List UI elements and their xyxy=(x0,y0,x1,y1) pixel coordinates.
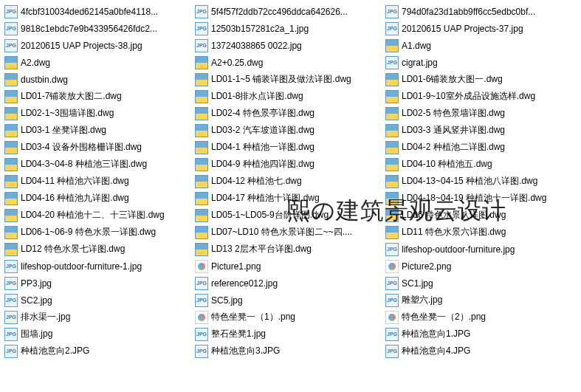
file-name-label: SC5.jpg xyxy=(211,295,243,306)
file-item[interactable]: JPG20120615 UAP Projects-38.jpg xyxy=(3,37,193,54)
file-item[interactable]: LD04-1 种植池一详图.dwg xyxy=(193,139,384,156)
file-name-label: SC1.jpg xyxy=(402,278,433,289)
file-item[interactable]: JPG13724038865 0022.jpg xyxy=(193,37,384,54)
dwg-file-icon xyxy=(385,73,399,86)
file-name-label: LD03-2 汽车坡道详图.dwg xyxy=(211,124,314,137)
file-item[interactable]: JPGSC1.jpg xyxy=(384,275,574,292)
file-item[interactable]: A2+0.25.dwg xyxy=(193,54,384,71)
dwg-file-icon xyxy=(385,175,399,188)
file-item[interactable]: LD04-10 种植池五.dwg xyxy=(384,156,574,173)
file-item[interactable]: LD06-1~06-9 特色水景一详图.dwg xyxy=(3,224,193,241)
file-item[interactable]: JPG4fcbf310034ded62145a0bfe4118... xyxy=(3,3,193,20)
file-name-label: 特色坐凳一（2）.png xyxy=(402,311,486,323)
file-item[interactable]: LD02-4 特色景亭详图.dwg xyxy=(193,105,384,122)
file-item[interactable]: JPG整石坐凳1.jpg xyxy=(193,326,384,343)
file-item[interactable]: JPGlifeshop-outdoor-furniture-1.jpg xyxy=(3,258,193,275)
jpg-file-icon: JPG xyxy=(4,277,18,290)
file-item[interactable]: JPGlifeshop-outdoor-furniture.jpg xyxy=(384,241,574,258)
file-item[interactable]: JPG排水渠一.jpg xyxy=(3,309,193,326)
file-name-label: LD01-7铺装放大图二.dwg xyxy=(21,90,122,103)
file-item[interactable]: A2.dwg xyxy=(3,54,193,71)
file-item[interactable]: LD04-20 种植池十二、十三详图.dwg xyxy=(3,207,193,224)
jpg-file-icon: JPG xyxy=(385,243,399,256)
file-item[interactable]: LD04-13~04-15 种植池八详图.dwg xyxy=(384,173,574,190)
file-item[interactable]: LD04-11 种植池六详图.dwg xyxy=(3,173,193,190)
file-item[interactable]: A1.dwg xyxy=(384,37,574,54)
file-item[interactable]: LD02-5 特色景墙详图.dwg xyxy=(384,105,574,122)
file-name-label: LD04-3~04-8 种植池三详图.dwg xyxy=(21,158,147,171)
file-item[interactable]: JPG种植池意向3.JPG xyxy=(193,343,384,360)
file-item[interactable]: LD04-12 种植池七.dwg xyxy=(193,173,384,190)
file-item[interactable]: JPG20120615 UAP Projects-37.jpg xyxy=(384,20,574,37)
file-item[interactable]: JPG794d0fa23d1abb9ff6cc5edbc0bf... xyxy=(384,3,574,20)
file-item[interactable]: LD05-1~LD05-9台阶详图.dwg xyxy=(193,207,384,224)
jpg-file-icon: JPG xyxy=(195,328,208,341)
file-item[interactable]: LD02-1~3围墙详图.dwg xyxy=(3,105,193,122)
dwg-file-icon xyxy=(195,175,208,188)
file-item[interactable]: dustbin.dwg xyxy=(3,71,193,88)
dwg-file-icon xyxy=(4,209,18,222)
file-item[interactable]: LD01-9~10室外成品设施选样.dwg xyxy=(384,88,574,105)
file-item[interactable]: JPGreference012.jpg xyxy=(193,275,384,292)
file-name-label: LD03-3 通风竖井详图.dwg xyxy=(402,124,505,137)
file-name-label: LD04-9 种植池四详图.dwg xyxy=(211,158,314,171)
png-file-icon xyxy=(195,311,208,324)
file-item[interactable]: JPGSC2.jpg xyxy=(3,292,193,309)
file-item[interactable]: JPG围墙.jpg xyxy=(3,326,193,343)
file-item[interactable]: JPGSC5.jpg xyxy=(193,292,384,309)
jpg-file-icon: JPG xyxy=(195,345,208,358)
file-item[interactable]: LD03-1 坐凳详图.dwg xyxy=(3,122,193,139)
file-item[interactable]: JPG种植池意向2.JPG xyxy=(3,343,193,360)
file-item[interactable]: JPGPP3.jpg xyxy=(3,275,193,292)
file-item[interactable]: LD01-6铺装放大图一.dwg xyxy=(384,71,574,88)
file-item[interactable]: LD03-4 设备外围格栅详图.dwg xyxy=(3,139,193,156)
file-item[interactable]: JPG雕塑六.jpg xyxy=(384,292,574,309)
file-item[interactable]: LD04-17 种植池十详图.dwg xyxy=(193,190,384,207)
file-item[interactable]: JPG种植池意向1.JPG xyxy=(384,326,574,343)
jpg-file-icon: JPG xyxy=(4,294,18,307)
file-item[interactable]: JPGcigrat.jpg xyxy=(384,54,574,71)
file-item[interactable]: JPG12503b157281c2a_1.jpg xyxy=(193,20,384,37)
jpg-file-icon: JPG xyxy=(4,22,18,35)
file-item[interactable]: LD03-2 汽车坡道详图.dwg xyxy=(193,122,384,139)
file-item[interactable]: JPG5f4f57f2ddb72cc496ddca642626... xyxy=(193,3,384,20)
file-name-label: LD01-9~10室外成品设施选样.dwg xyxy=(402,90,535,103)
file-item[interactable]: LD04-16 种植池九详图.dwg xyxy=(3,190,193,207)
file-item[interactable]: LD01-8排水点详图.dwg xyxy=(193,88,384,105)
file-name-label: LD02-4 特色景亭详图.dwg xyxy=(211,107,314,120)
file-name-label: LD04-17 种植池十详图.dwg xyxy=(211,192,320,204)
file-item[interactable]: 特色坐凳一（1）.png xyxy=(193,309,384,326)
file-item[interactable]: LD11 特色水景六详图.dwg xyxy=(384,224,574,241)
file-item[interactable]: LD04-2 种植池二详图.dwg xyxy=(384,139,574,156)
file-item[interactable]: LD03-3 通风竖井详图.dwg xyxy=(384,122,574,139)
file-item[interactable]: LD07~LD10 特色水景详图二~~四.... xyxy=(193,224,384,241)
file-item[interactable]: JPG种植池意向4.JPG xyxy=(384,343,574,360)
file-item[interactable]: LD04-9 种植池四详图.dwg xyxy=(193,156,384,173)
file-item[interactable]: LD04-3~04-8 种植池三详图.dwg xyxy=(3,156,193,173)
dwg-file-icon xyxy=(195,56,208,69)
file-item[interactable]: JPG9818c1ebdc7e9b433956426fdc2... xyxy=(3,20,193,37)
file-item[interactable]: LD01-7铺装放大图二.dwg xyxy=(3,88,193,105)
file-item[interactable]: 特色坐凳一（2）.png xyxy=(384,309,574,326)
file-item[interactable]: LD01-1~5 铺装详图及做法详图.dwg xyxy=(193,71,384,88)
file-name-label: A1.dwg xyxy=(402,41,431,51)
jpg-file-icon: JPG xyxy=(385,294,399,307)
jpg-file-icon: JPG xyxy=(385,328,399,341)
dwg-file-icon xyxy=(4,243,18,256)
file-item[interactable]: LD13 2层木平台详图.dwg xyxy=(193,241,384,258)
file-name-label: LD05-1~LD05-9台阶详图.dwg xyxy=(211,209,329,221)
file-name-label: 整石坐凳1.jpg xyxy=(211,328,266,340)
file-name-label: LD01-6铺装放大图一.dwg xyxy=(402,73,503,86)
file-item[interactable]: LD04-18~04-19 种植池十一详图.dwg xyxy=(384,190,574,207)
file-item[interactable]: LD06 特色水景八详图.dwg xyxy=(384,207,574,224)
jpg-file-icon: JPG xyxy=(385,277,399,290)
file-name-label: A2.dwg xyxy=(21,58,50,68)
file-name-label: LD01-8排水点详图.dwg xyxy=(211,90,303,103)
file-grid: JPG4fcbf310034ded62145a0bfe4118...JPG5f4… xyxy=(3,3,581,360)
file-item[interactable]: Picture1.png xyxy=(193,258,384,275)
file-item[interactable]: LD12 特色水景七详图.dwg xyxy=(3,241,193,258)
file-name-label: LD04-20 种植池十二、十三详图.dwg xyxy=(21,209,165,221)
file-item[interactable]: Picture2.png xyxy=(384,258,574,275)
file-name-label: cigrat.jpg xyxy=(402,58,438,68)
dwg-file-icon xyxy=(4,107,18,120)
